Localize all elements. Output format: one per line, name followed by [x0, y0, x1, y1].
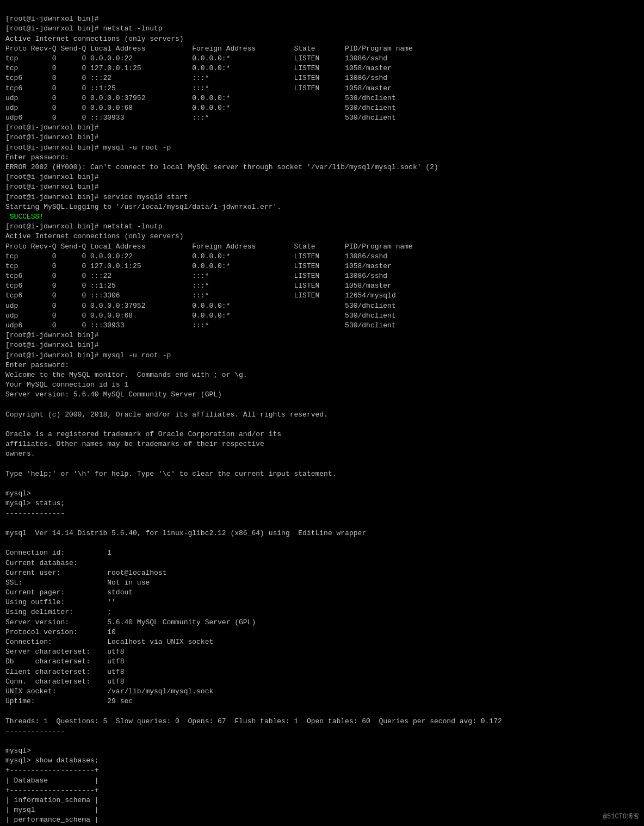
watermark: @51CTO博客 [603, 812, 640, 822]
terminal-content: [root@i-jdwnrxol bin]# [root@i-jdwnrxol … [5, 15, 502, 826]
terminal-window: [root@i-jdwnrxol bin]# [root@i-jdwnrxol … [5, 4, 639, 826]
